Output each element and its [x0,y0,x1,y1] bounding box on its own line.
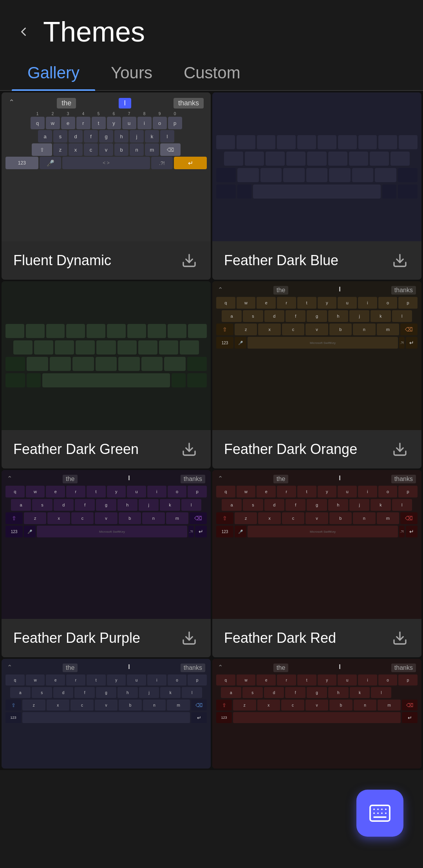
theme-name-feather-dark-blue: Feather Dark Blue [224,252,338,269]
theme-preview-feather-dark-green [2,281,211,430]
page-title: Themes [43,16,145,48]
theme-footer-feather-dark-blue: Feather Dark Blue [212,241,421,280]
tab-yours[interactable]: Yours [95,56,168,90]
theme-footer-feather-dark-green: Feather Dark Green [2,430,211,468]
download-button-feather-dark-green[interactable] [179,439,199,459]
theme-grid: ⌃ the l thanks 1 2 3 4 5 6 7 8 9 0 [0,91,423,770]
theme-name-feather-dark-purple: Feather Dark Purple [13,630,140,646]
theme-preview-fluent-dynamic: ⌃ the l thanks 1 2 3 4 5 6 7 8 9 0 [2,92,211,241]
theme-preview-8: ⌃ the I thanks q w e r t y u i o p [212,659,421,769]
tab-bar: Gallery Yours Custom [0,56,423,91]
download-button-feather-dark-orange[interactable] [390,439,410,459]
tab-gallery[interactable]: Gallery [12,56,95,90]
theme-card-7[interactable]: ⌃ the I thanks q w e r t y u i o p [2,659,211,769]
theme-card-feather-dark-purple[interactable]: ⌃ the I thanks q w e r t y u i o p [2,470,211,657]
keyboard-fab[interactable] [356,790,403,837]
theme-card-feather-dark-blue[interactable]: Feather Dark Blue [212,92,421,280]
download-button-feather-dark-purple[interactable] [179,628,199,648]
theme-preview-feather-dark-blue [212,92,421,241]
theme-card-fluent-dynamic[interactable]: ⌃ the l thanks 1 2 3 4 5 6 7 8 9 0 [2,92,211,280]
tab-custom[interactable]: Custom [168,56,256,90]
theme-preview-feather-dark-purple: ⌃ the I thanks q w e r t y u i o p [2,470,211,619]
theme-preview-feather-dark-orange: ⌃ the I thanks q w e r t y u i o p [212,281,421,430]
theme-name-feather-dark-orange: Feather Dark Orange [224,441,357,458]
theme-name-feather-dark-green: Feather Dark Green [13,441,139,458]
theme-card-feather-dark-orange[interactable]: ⌃ the I thanks q w e r t y u i o p [212,281,421,468]
svg-rect-6 [370,805,390,821]
header: Themes [0,0,423,56]
theme-preview-7: ⌃ the I thanks q w e r t y u i o p [2,659,211,769]
back-button[interactable] [12,20,35,43]
theme-card-feather-dark-red[interactable]: ⌃ the I thanks q w e r t y u i o p [212,470,421,657]
theme-footer-feather-dark-red: Feather Dark Red [212,619,421,657]
download-button-feather-dark-blue[interactable] [390,251,410,270]
theme-footer-feather-dark-purple: Feather Dark Purple [2,619,211,657]
theme-name-feather-dark-red: Feather Dark Red [224,630,336,646]
theme-preview-feather-dark-red: ⌃ the I thanks q w e r t y u i o p [212,470,421,619]
theme-name-fluent-dynamic: Fluent Dynamic [13,252,111,269]
theme-card-feather-dark-green[interactable]: Feather Dark Green [2,281,211,468]
download-button-feather-dark-red[interactable] [390,628,410,648]
theme-footer-feather-dark-orange: Feather Dark Orange [212,430,421,468]
theme-card-8[interactable]: ⌃ the I thanks q w e r t y u i o p [212,659,421,769]
download-button-fluent-dynamic[interactable] [179,251,199,270]
theme-footer-fluent-dynamic: Fluent Dynamic [2,241,211,280]
